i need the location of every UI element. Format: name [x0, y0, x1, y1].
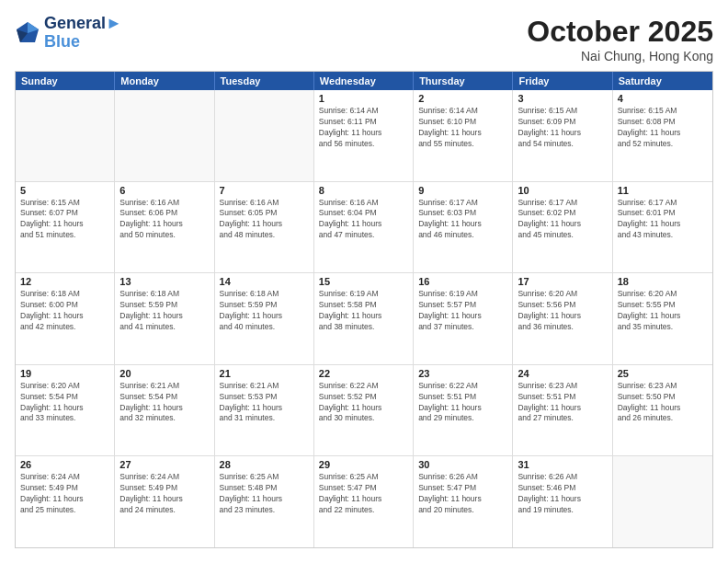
calendar-cell: 17Sunrise: 6:20 AMSunset: 5:56 PMDayligh… — [513, 273, 612, 364]
calendar: SundayMondayTuesdayWednesdayThursdayFrid… — [15, 71, 713, 548]
cell-sun-info: Sunrise: 6:16 AMSunset: 6:04 PMDaylight:… — [319, 198, 408, 242]
calendar-header: SundayMondayTuesdayWednesdayThursdayFrid… — [16, 72, 712, 90]
cell-date-number: 11 — [618, 185, 708, 196]
day-header-tuesday: Tuesday — [215, 72, 314, 90]
cell-sun-info: Sunrise: 6:19 AMSunset: 5:58 PMDaylight:… — [319, 289, 408, 333]
calendar-cell: 1Sunrise: 6:14 AMSunset: 6:11 PMDaylight… — [314, 90, 414, 181]
cell-date-number: 23 — [418, 368, 507, 379]
cell-date-number: 19 — [20, 368, 109, 379]
calendar-cell: 18Sunrise: 6:20 AMSunset: 5:55 PMDayligh… — [613, 273, 712, 364]
day-header-saturday: Saturday — [613, 72, 712, 90]
cell-sun-info: Sunrise: 6:14 AMSunset: 6:11 PMDaylight:… — [319, 106, 408, 150]
calendar-body: 1Sunrise: 6:14 AMSunset: 6:11 PMDaylight… — [16, 90, 712, 547]
day-header-sunday: Sunday — [16, 72, 115, 90]
cell-date-number: 15 — [319, 276, 408, 287]
cell-date-number: 5 — [20, 185, 109, 196]
calendar-cell — [16, 90, 115, 181]
calendar-cell: 3Sunrise: 6:15 AMSunset: 6:09 PMDaylight… — [513, 90, 612, 181]
day-header-friday: Friday — [513, 72, 612, 90]
calendar-cell: 8Sunrise: 6:16 AMSunset: 6:04 PMDaylight… — [314, 182, 414, 273]
calendar-cell: 29Sunrise: 6:25 AMSunset: 5:47 PMDayligh… — [314, 456, 414, 547]
cell-sun-info: Sunrise: 6:24 AMSunset: 5:49 PMDaylight:… — [20, 472, 109, 516]
cell-date-number: 12 — [20, 276, 109, 287]
cell-sun-info: Sunrise: 6:24 AMSunset: 5:49 PMDaylight:… — [119, 472, 209, 516]
calendar-week-3: 12Sunrise: 6:18 AMSunset: 6:00 PMDayligh… — [16, 273, 712, 365]
cell-sun-info: Sunrise: 6:22 AMSunset: 5:52 PMDaylight:… — [319, 381, 408, 425]
cell-date-number: 26 — [20, 459, 109, 470]
calendar-cell: 9Sunrise: 6:17 AMSunset: 6:03 PMDaylight… — [414, 182, 513, 273]
calendar-cell: 14Sunrise: 6:18 AMSunset: 5:59 PMDayligh… — [215, 273, 314, 364]
calendar-week-5: 26Sunrise: 6:24 AMSunset: 5:49 PMDayligh… — [16, 456, 712, 547]
calendar-cell: 6Sunrise: 6:16 AMSunset: 6:06 PMDaylight… — [115, 182, 214, 273]
cell-date-number: 17 — [518, 276, 607, 287]
day-header-wednesday: Wednesday — [314, 72, 414, 90]
calendar-cell: 19Sunrise: 6:20 AMSunset: 5:54 PMDayligh… — [16, 365, 115, 456]
cell-sun-info: Sunrise: 6:18 AMSunset: 5:59 PMDaylight:… — [220, 289, 309, 333]
cell-sun-info: Sunrise: 6:22 AMSunset: 5:51 PMDaylight:… — [418, 381, 507, 425]
header: General► Blue October 2025 Nai Chung, Ho… — [15, 15, 713, 63]
cell-date-number: 13 — [119, 276, 209, 287]
logo: General► Blue — [15, 15, 122, 52]
cell-date-number: 9 — [418, 185, 507, 196]
calendar-cell: 11Sunrise: 6:17 AMSunset: 6:01 PMDayligh… — [613, 182, 712, 273]
calendar-cell: 16Sunrise: 6:19 AMSunset: 5:57 PMDayligh… — [414, 273, 513, 364]
cell-date-number: 25 — [618, 368, 708, 379]
cell-date-number: 3 — [518, 93, 607, 104]
cell-date-number: 7 — [220, 185, 309, 196]
cell-sun-info: Sunrise: 6:21 AMSunset: 5:53 PMDaylight:… — [220, 381, 309, 425]
calendar-cell: 21Sunrise: 6:21 AMSunset: 5:53 PMDayligh… — [215, 365, 314, 456]
cell-date-number: 2 — [418, 93, 507, 104]
calendar-cell: 2Sunrise: 6:14 AMSunset: 6:10 PMDaylight… — [414, 90, 513, 181]
cell-date-number: 21 — [220, 368, 309, 379]
cell-date-number: 14 — [220, 276, 309, 287]
cell-sun-info: Sunrise: 6:17 AMSunset: 6:01 PMDaylight:… — [618, 198, 708, 242]
calendar-cell — [613, 456, 712, 547]
cell-date-number: 22 — [319, 368, 408, 379]
cell-sun-info: Sunrise: 6:18 AMSunset: 6:00 PMDaylight:… — [20, 289, 109, 333]
day-header-thursday: Thursday — [414, 72, 513, 90]
logo-blue: ► — [106, 14, 122, 32]
calendar-cell — [215, 90, 314, 181]
cell-date-number: 30 — [418, 459, 507, 470]
cell-date-number: 1 — [319, 93, 408, 104]
cell-date-number: 28 — [220, 459, 309, 470]
logo-line1: General► — [44, 15, 122, 33]
cell-sun-info: Sunrise: 6:17 AMSunset: 6:03 PMDaylight:… — [418, 198, 507, 242]
cell-sun-info: Sunrise: 6:18 AMSunset: 5:59 PMDaylight:… — [119, 289, 209, 333]
month-title: October 2025 — [527, 15, 713, 49]
cell-sun-info: Sunrise: 6:16 AMSunset: 6:06 PMDaylight:… — [119, 198, 209, 242]
calendar-cell: 25Sunrise: 6:23 AMSunset: 5:50 PMDayligh… — [613, 365, 712, 456]
calendar-cell: 15Sunrise: 6:19 AMSunset: 5:58 PMDayligh… — [314, 273, 414, 364]
calendar-cell: 30Sunrise: 6:26 AMSunset: 5:47 PMDayligh… — [414, 456, 513, 547]
calendar-cell: 5Sunrise: 6:15 AMSunset: 6:07 PMDaylight… — [16, 182, 115, 273]
calendar-cell — [115, 90, 214, 181]
cell-date-number: 24 — [518, 368, 607, 379]
cell-date-number: 8 — [319, 185, 408, 196]
cell-date-number: 27 — [119, 459, 209, 470]
cell-date-number: 16 — [418, 276, 507, 287]
day-header-monday: Monday — [115, 72, 214, 90]
calendar-cell: 20Sunrise: 6:21 AMSunset: 5:54 PMDayligh… — [115, 365, 214, 456]
cell-sun-info: Sunrise: 6:26 AMSunset: 5:47 PMDaylight:… — [418, 472, 507, 516]
logo-text: General► Blue — [44, 15, 122, 52]
cell-date-number: 6 — [119, 185, 209, 196]
cell-sun-info: Sunrise: 6:19 AMSunset: 5:57 PMDaylight:… — [418, 289, 507, 333]
cell-sun-info: Sunrise: 6:15 AMSunset: 6:07 PMDaylight:… — [20, 198, 109, 242]
calendar-cell: 12Sunrise: 6:18 AMSunset: 6:00 PMDayligh… — [16, 273, 115, 364]
cell-sun-info: Sunrise: 6:17 AMSunset: 6:02 PMDaylight:… — [518, 198, 607, 242]
calendar-cell: 28Sunrise: 6:25 AMSunset: 5:48 PMDayligh… — [215, 456, 314, 547]
cell-date-number: 31 — [518, 459, 607, 470]
cell-sun-info: Sunrise: 6:16 AMSunset: 6:05 PMDaylight:… — [220, 198, 309, 242]
calendar-cell: 22Sunrise: 6:22 AMSunset: 5:52 PMDayligh… — [314, 365, 414, 456]
cell-sun-info: Sunrise: 6:14 AMSunset: 6:10 PMDaylight:… — [418, 106, 507, 150]
page: General► Blue October 2025 Nai Chung, Ho… — [0, 0, 728, 563]
cell-sun-info: Sunrise: 6:25 AMSunset: 5:48 PMDaylight:… — [220, 472, 309, 516]
cell-sun-info: Sunrise: 6:25 AMSunset: 5:47 PMDaylight:… — [319, 472, 408, 516]
calendar-cell: 10Sunrise: 6:17 AMSunset: 6:02 PMDayligh… — [513, 182, 612, 273]
cell-sun-info: Sunrise: 6:20 AMSunset: 5:54 PMDaylight:… — [20, 381, 109, 425]
cell-date-number: 18 — [618, 276, 708, 287]
location-subtitle: Nai Chung, Hong Kong — [527, 49, 713, 63]
cell-date-number: 4 — [618, 93, 708, 104]
cell-sun-info: Sunrise: 6:23 AMSunset: 5:50 PMDaylight:… — [618, 381, 708, 425]
calendar-week-4: 19Sunrise: 6:20 AMSunset: 5:54 PMDayligh… — [16, 365, 712, 457]
